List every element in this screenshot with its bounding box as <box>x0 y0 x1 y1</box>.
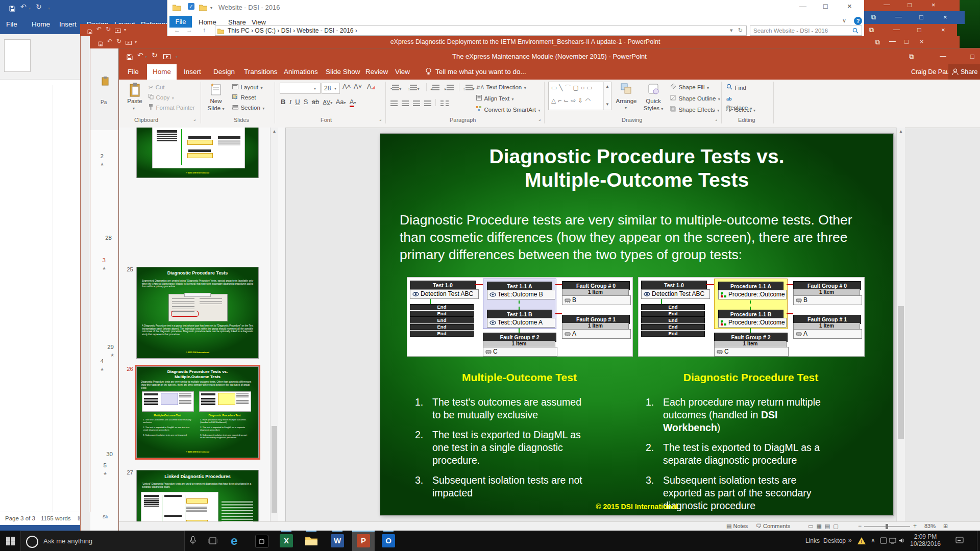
shapes-gallery[interactable]: ▭╲⌒▢○▭ △⌐⌙⇨⇩◠ ▲ ▼ <box>548 82 611 110</box>
excel-icon[interactable]: X <box>280 534 293 547</box>
scrollbar-thumb[interactable] <box>272 426 277 513</box>
close-icon[interactable]: × <box>941 26 945 34</box>
paragraph-dialog-launcher[interactable]: ⌟ <box>538 116 541 121</box>
gallery-down-icon[interactable]: ▼ <box>604 102 611 107</box>
store-icon[interactable] <box>255 535 268 548</box>
ppt-titlebar[interactable]: ↶ ▾ ↻ ▾ The eXpress Maintenance Module (… <box>119 48 980 64</box>
right-list[interactable]: 1.Each procedure may return multiple out… <box>646 396 840 512</box>
maximize-icon[interactable]: □ <box>919 13 923 21</box>
section-button[interactable]: Section ▾ <box>232 103 264 112</box>
address-bar[interactable]: This PC › OS (C:) › DSI › Website - DSI … <box>215 26 747 36</box>
minimize-icon[interactable]: — <box>895 13 902 20</box>
quick-styles-button[interactable]: Quick Styles ▾ <box>641 82 666 114</box>
start-button[interactable] <box>6 537 15 545</box>
word-tab-home[interactable]: Home <box>32 20 50 28</box>
bg-slide-number[interactable]: 28 <box>101 235 112 241</box>
ppt-back2-titlebar[interactable]: ↶ ↻ ▾ <box>80 24 167 36</box>
ribbon-collapse-icon[interactable]: ∨ <box>842 17 846 24</box>
copy-button[interactable]: Copy ▾ <box>149 92 174 102</box>
properties-icon[interactable]: ✓ <box>188 3 194 10</box>
scrollbar-thumb[interactable] <box>898 306 904 439</box>
fit-slide-icon[interactable]: ⊞ <box>943 523 948 530</box>
decrease-indent-icon[interactable]: ◂ <box>430 83 439 92</box>
gallery-up-icon[interactable]: ▲ <box>604 84 611 89</box>
line-spacing-button[interactable]: ↕▾ <box>463 83 475 92</box>
left-column-heading[interactable]: Multiple-Outcome Test <box>407 371 632 384</box>
maximize-icon[interactable]: □ <box>904 38 909 45</box>
maximize-icon[interactable]: □ <box>970 53 974 60</box>
grow-font-icon[interactable]: A˄ <box>342 83 351 90</box>
diagram-multiple-outcome[interactable]: Test 1-0 Detection Test ABC End End End … <box>407 277 633 357</box>
taskbar-links-toolbar[interactable]: Links <box>805 537 820 544</box>
restore-icon[interactable]: ⧉ <box>871 13 876 21</box>
paste-button[interactable]: Paste ▾ <box>125 82 145 114</box>
volume-icon[interactable] <box>898 537 905 544</box>
diagram-diagnostic-procedure[interactable]: Test 1-0 Detection Test ABC End End End … <box>638 277 865 357</box>
reset-button[interactable]: Reset <box>232 92 256 102</box>
thumbnail-scrollbar[interactable]: ▲ ▼ <box>270 128 278 551</box>
undo-dropdown-icon[interactable]: ▾ <box>29 6 31 11</box>
search-input[interactable]: Search Website - DSI - 2016 <box>750 26 862 36</box>
arrange-button[interactable]: Arrange ▾ <box>614 82 639 114</box>
shrink-font-icon[interactable]: A˅ <box>354 83 362 90</box>
bg-slide-number-selected[interactable]: 3 <box>94 257 106 263</box>
restore-icon[interactable]: ⧉ <box>909 53 914 61</box>
font-style-buttons[interactable]: B I U S ab A̲V̲▾ Aa▾ A▾ <box>281 98 356 106</box>
tab-transitions[interactable]: Transitions <box>244 68 278 76</box>
breadcrumb[interactable]: This PC › OS (C:) › DSI › Website - DSI … <box>228 27 357 34</box>
zoom-out-icon[interactable]: − <box>858 522 862 530</box>
close-icon[interactable]: × <box>920 38 924 45</box>
share-button[interactable]: Share <box>948 64 980 80</box>
bg-slide-number[interactable]: 2 <box>92 153 104 159</box>
cortana-search-box[interactable]: Ask me anything <box>20 531 185 551</box>
redo-icon[interactable]: ↻ <box>36 3 42 11</box>
bg-slide-number[interactable]: 5 <box>95 462 107 468</box>
text-direction-button[interactable]: ⇵A Text Direction ▾ <box>476 82 526 91</box>
forward-icon[interactable]: → <box>186 27 192 34</box>
shape-effects-button[interactable]: Shape Effects ▾ <box>670 105 719 114</box>
minimize-icon[interactable]: — <box>893 26 900 33</box>
bullets-button[interactable]: •▾ <box>390 83 401 92</box>
clear-formatting-icon[interactable]: A◢ <box>367 83 375 90</box>
tab-review[interactable]: Review <box>365 68 388 76</box>
save-icon[interactable] <box>9 5 15 14</box>
tab-insert[interactable]: Insert <box>184 68 201 76</box>
find-button[interactable]: Find <box>726 83 746 92</box>
slide-thumbnail-24[interactable]: © 2015 DSI International <box>136 128 259 178</box>
tab-animations[interactable]: Animations <box>284 68 318 76</box>
bg-slide-number[interactable]: 30 <box>102 451 113 457</box>
font-dialog-launcher[interactable]: ⌟ <box>379 116 381 121</box>
undo-icon[interactable]: ↶ <box>20 3 27 11</box>
explorer-menu-share[interactable]: Share <box>228 18 246 26</box>
tab-slideshow[interactable]: Slide Show <box>326 68 360 76</box>
align-left-icon[interactable] <box>390 99 398 108</box>
tab-file[interactable]: File <box>128 68 139 76</box>
align-text-button[interactable]: Align Text ▾ <box>476 93 514 103</box>
view-buttons[interactable]: ▭▦▤▢ <box>808 523 842 530</box>
justify-icon[interactable] <box>424 99 431 108</box>
select-button[interactable]: Select ▾ <box>726 105 755 114</box>
new-slide-button[interactable]: New Slide ▾ <box>204 82 228 114</box>
address-dropdown-icon[interactable]: ▾ <box>730 27 733 34</box>
shape-icons-row1[interactable]: ▭╲⌒▢○▭ <box>551 84 595 92</box>
slide-thumbnail-25[interactable]: Diagnostic Procedure Tests Segmented Dia… <box>136 267 259 359</box>
refresh-icon[interactable]: ↻ <box>738 27 743 34</box>
right-column-heading[interactable]: Diagnostic Procedure Test <box>638 371 864 384</box>
align-right-icon[interactable] <box>413 99 420 108</box>
notes-button[interactable]: ▤ Notes <box>726 523 748 530</box>
minimize-icon[interactable]: — <box>799 2 806 10</box>
ppt-back2-titlebar-right[interactable]: ⧉ — □ × <box>864 24 957 36</box>
slide-body-text[interactable]: Diagnostic Procedure tests are very simi… <box>400 211 882 263</box>
word-paste-button-fragment[interactable] <box>4 39 31 72</box>
shape-icons-row2[interactable]: △⌐⌙⇨⇩◠ <box>551 97 593 104</box>
explorer-menu-home[interactable]: Home <box>199 18 216 26</box>
minimize-icon[interactable]: — <box>889 37 896 45</box>
numbering-button[interactable]: 1▾ <box>408 83 419 92</box>
tab-home[interactable]: Home <box>147 64 177 80</box>
convert-smartart-button[interactable]: Convert to SmartArt ▾ <box>476 105 541 114</box>
slide-scrollbar[interactable]: ▲ ▼ <box>896 128 905 551</box>
zoom-percent[interactable]: 83% <box>924 523 936 529</box>
word-word-count[interactable]: 1155 words <box>41 515 71 521</box>
maximize-icon[interactable]: □ <box>917 26 921 34</box>
columns-icon[interactable] <box>440 99 449 108</box>
